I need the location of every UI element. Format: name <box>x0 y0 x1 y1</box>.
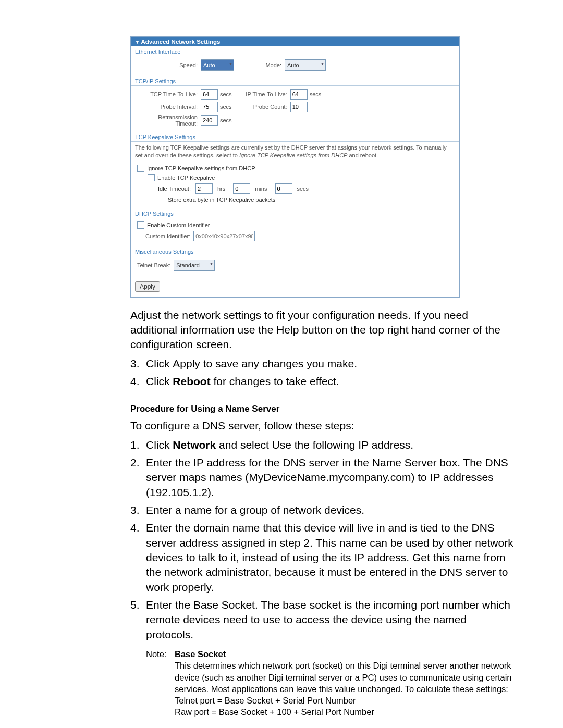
secs-unit: secs <box>295 186 314 192</box>
idle-hrs-input[interactable] <box>195 183 213 194</box>
enable-custom-id-label: Enable Custom Identifier <box>147 222 210 228</box>
dns-step-3-text: Enter a name for a group of network devi… <box>146 503 516 517</box>
dns-step-5-num: 5. <box>130 598 146 642</box>
ip-ttl-label: IP Time-To-Live: <box>237 91 290 97</box>
dns-step-4-num: 4. <box>130 521 146 595</box>
probe-count-input[interactable] <box>290 102 308 112</box>
store-byte-checkbox[interactable] <box>158 196 165 203</box>
advanced-network-settings-panel: Advanced Network Settings Ethernet Inter… <box>130 36 460 298</box>
hrs-unit: hrs <box>215 186 230 192</box>
dns-intro: To configure a DNS server, follow these … <box>130 418 516 433</box>
telnet-break-label: Telnet Break: <box>137 262 174 268</box>
idle-mins-input[interactable] <box>233 183 250 194</box>
note-line-1: Telnet port = Base Socket + Serial Port … <box>175 696 356 705</box>
enable-keepalive-label: Enable TCP Keepalive <box>157 175 215 181</box>
step-3-num: 3. <box>130 356 146 371</box>
apply-button[interactable]: Apply <box>135 281 160 292</box>
dns-step-3-num: 3. <box>130 503 146 517</box>
store-byte-label: Store extra byte in TCP Keepalive packet… <box>168 196 275 203</box>
step-4-num: 4. <box>130 374 146 389</box>
note-label: Note: <box>146 648 175 718</box>
misc-header: Miscellaneous Settings <box>131 246 459 256</box>
keepalive-help: The following TCP Keepalive settings are… <box>131 142 459 162</box>
dhcp-header: DHCP Settings <box>131 208 459 218</box>
step-4-text: Click Reboot for changes to take effect. <box>146 374 516 389</box>
idle-secs-input[interactable] <box>275 183 292 194</box>
dns-step-2-text: Enter the IP address for the DNS server … <box>146 455 516 500</box>
dns-step-2-num: 2. <box>130 455 146 500</box>
note-line-2: Raw port = Base Socket + 100 + Serial Po… <box>175 707 374 717</box>
enable-keepalive-checkbox[interactable] <box>148 174 155 181</box>
keepalive-header: TCP Keepalive Settings <box>131 132 459 142</box>
custom-id-label: Custom Identifier: <box>145 233 193 239</box>
document-body: Adjust the network settings to fit your … <box>130 308 516 718</box>
tcp-ttl-label: TCP Time-To-Live: <box>135 91 201 97</box>
intro-paragraph: Adjust the network settings to fit your … <box>130 308 516 352</box>
retrans-label: Retransmission Timeout: <box>135 114 201 127</box>
probe-interval-unit: secs <box>218 104 237 110</box>
dns-step-1-text: Click Network and select Use the followi… <box>146 438 516 452</box>
dns-step-4-text: Enter the domain name that this device w… <box>146 521 516 595</box>
dns-step-5-text: Enter the Base Socket. The base socket i… <box>146 598 516 642</box>
ip-ttl-input[interactable] <box>290 89 308 100</box>
enable-custom-id-checkbox[interactable] <box>137 221 144 229</box>
tcpip-header: TCP/IP Settings <box>131 76 459 86</box>
mins-unit: mins <box>253 186 272 192</box>
probe-interval-input[interactable] <box>201 102 218 112</box>
tcp-ttl-unit: secs <box>218 91 237 97</box>
probe-count-label: Probe Count: <box>237 104 290 110</box>
speed-label: Speed: <box>135 62 201 68</box>
telnet-break-select[interactable]: Standard <box>174 260 215 271</box>
ignore-keepalive-checkbox[interactable] <box>137 165 144 172</box>
step-3-text: Click Apply to save any changes you make… <box>146 356 516 371</box>
ignore-keepalive-label: Ignore TCP Keepalive settings from DHCP <box>147 165 255 171</box>
retrans-input[interactable] <box>201 115 218 126</box>
mode-select[interactable]: Auto <box>285 59 326 71</box>
ip-ttl-unit: secs <box>308 91 327 97</box>
procedure-subhead: Procedure for Using a Name Server <box>130 403 516 415</box>
note-body-text: This determines which network port (sock… <box>175 661 512 694</box>
ethernet-header: Ethernet Interface <box>131 46 459 56</box>
custom-id-input[interactable] <box>193 231 255 241</box>
retrans-unit: secs <box>218 117 237 124</box>
dns-step-1-num: 1. <box>130 438 146 452</box>
note-title: Base Socket <box>175 649 226 659</box>
mode-label: Mode: <box>234 62 285 68</box>
probe-interval-label: Probe Interval: <box>135 104 201 110</box>
note-block: Note: Base Socket This determines which … <box>146 648 516 718</box>
speed-select[interactable]: Auto <box>201 59 234 71</box>
idle-timeout-label: Idle Timeout: <box>158 186 193 192</box>
tcp-ttl-input[interactable] <box>201 89 218 100</box>
panel-title[interactable]: Advanced Network Settings <box>131 37 459 46</box>
